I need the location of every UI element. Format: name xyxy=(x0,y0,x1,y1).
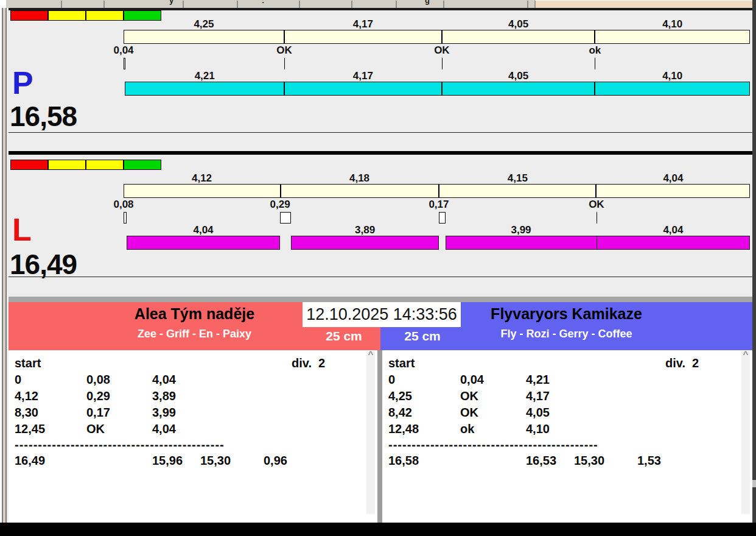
jump-height-badge-right: 25 cm xyxy=(397,329,448,344)
dog-time-segment xyxy=(597,236,750,250)
flyball-timing-window: ý:g 4,254,174,054,100,04OKOKok4,214,174,… xyxy=(0,0,756,536)
crossing-ok-tick xyxy=(442,58,443,69)
cell-difference: 0,96 xyxy=(264,453,287,469)
dog-time-label: 4,04 xyxy=(193,225,213,236)
traffic-light-segment-3 xyxy=(124,160,161,170)
table-row: 4,25OK4,17 xyxy=(382,388,739,404)
lane-letter: L xyxy=(12,214,32,245)
dog-time-label: 4,04 xyxy=(663,225,683,236)
crossing-fault-box xyxy=(280,212,291,224)
crossing-label: 0,08 xyxy=(113,199,133,210)
toolbar-separator xyxy=(396,1,397,8)
crossing-label: 0,29 xyxy=(270,199,290,210)
table-divider xyxy=(377,350,382,523)
dog-time-label: 3,99 xyxy=(511,225,531,236)
lane-bars: 4,254,174,054,100,04OKOKok4,214,174,054,… xyxy=(124,19,750,98)
table-header-start: start xyxy=(388,355,415,372)
crossing-labels: 0,080,290,17OK xyxy=(124,199,750,210)
crossing-label: OK xyxy=(589,199,604,210)
table-separator: ----------------------------------------… xyxy=(388,437,598,453)
crossing-ok-tick xyxy=(284,58,285,69)
toolbar-separator xyxy=(527,1,528,8)
crossing-ok-tick xyxy=(595,58,595,69)
dog-time-segment xyxy=(125,82,284,96)
traffic-light-segment-1 xyxy=(48,160,86,170)
toolbar-separator xyxy=(103,1,105,8)
table-row: 12,48ok4,10 xyxy=(382,421,739,437)
cell-sum-dog-times: 15,96 xyxy=(152,453,183,469)
dog-time-segment xyxy=(284,82,442,96)
table-row: 16,5816,5315,301,53 xyxy=(382,453,739,469)
table-row: 8,42OK4,05 xyxy=(382,404,739,421)
toolbar-strip-cropped[interactable]: ý:g xyxy=(6,0,534,8)
toolbar-separator xyxy=(183,1,184,8)
dog-time-label: 4,17 xyxy=(353,71,373,82)
split-bar-divider xyxy=(438,185,439,197)
split-time-label: 4,05 xyxy=(508,19,528,30)
lane-bars: 4,124,184,154,040,080,290,17OK4,043,893,… xyxy=(124,173,750,252)
table-scrollbar[interactable]: ^ xyxy=(741,351,750,514)
dog-time-segment xyxy=(291,236,439,250)
table-row: 00,044,21 xyxy=(382,372,739,388)
dog-time-segment xyxy=(442,82,595,96)
traffic-light-segment-0 xyxy=(10,10,48,21)
split-time-label: 4,25 xyxy=(194,19,214,30)
traffic-light-segment-1 xyxy=(48,10,86,21)
cell-dog-time: 4,17 xyxy=(526,388,550,404)
split-time-label: 4,04 xyxy=(663,173,683,184)
cell-total-time: 16,58 xyxy=(388,453,419,469)
crossing-label: 0,17 xyxy=(429,199,449,210)
table-scrollbar[interactable]: ^ xyxy=(366,351,375,514)
toolbar-separator xyxy=(443,1,444,8)
split-bar xyxy=(124,30,750,44)
split-bar-divider xyxy=(595,185,597,197)
split-time-label: 4,10 xyxy=(662,19,682,30)
scrollbar-up-icon[interactable]: ^ xyxy=(366,350,375,359)
lane-right-P: 4,254,174,054,100,04OKOKok4,214,174,054,… xyxy=(9,10,752,151)
dog-time-segment xyxy=(595,82,750,96)
dog-time-label: 4,05 xyxy=(508,71,528,82)
toolbar-separator xyxy=(351,1,352,8)
scrollbar-up-icon[interactable]: ^ xyxy=(741,350,750,359)
results-panel: Alea Tým naděje Zee - Griff - En - Paixy… xyxy=(9,302,752,523)
cell-crossing: 0,08 xyxy=(86,372,110,388)
table-row: 00,084,04 xyxy=(9,372,364,388)
dog-time-bar xyxy=(124,236,750,250)
dog-time-label: 4,21 xyxy=(195,71,215,82)
table-row: startdiv. 2 xyxy=(9,355,364,372)
split-time-label: 4,15 xyxy=(508,173,528,184)
cell-dog-time: 4,21 xyxy=(526,372,550,388)
cell-dog-time: 3,89 xyxy=(152,388,176,404)
toolbar-separator xyxy=(237,1,238,8)
divider-line xyxy=(9,132,752,133)
table-header-division: div. 2 xyxy=(665,355,699,372)
window-left-border xyxy=(0,8,9,523)
cell-reference-time: 15,30 xyxy=(200,453,231,469)
traffic-light-segment-0 xyxy=(10,160,48,170)
crossing-label: 0,04 xyxy=(113,45,133,56)
crossing-fault-box xyxy=(124,212,127,224)
traffic-light-segment-2 xyxy=(86,10,124,21)
table-row: 4,120,293,89 xyxy=(9,388,364,404)
toolbar-text-fragment: : xyxy=(262,0,264,5)
cell-dog-time: 4,04 xyxy=(152,421,176,437)
traffic-light-segment-2 xyxy=(86,160,124,170)
crossing-ok-tick xyxy=(597,212,597,224)
cell-crossing: OK xyxy=(460,404,478,421)
cell-crossing: 0,29 xyxy=(86,388,110,404)
dog-time-segment xyxy=(127,236,280,250)
lane-left-L: 4,124,184,154,040,080,290,17OK4,043,893,… xyxy=(9,155,752,297)
table-row: ----------------------------------------… xyxy=(9,437,364,453)
cell-crossing: OK xyxy=(86,421,105,437)
timestamp: 12.10.2025 14:33:56 xyxy=(303,302,461,327)
cell-crossing: ok xyxy=(460,421,474,437)
panel-top-strip xyxy=(9,297,752,302)
dog-time-labels: 4,214,174,054,10 xyxy=(124,71,750,82)
split-time-labels: 4,124,184,154,04 xyxy=(124,173,750,184)
cell-split-time: 8,42 xyxy=(388,404,412,421)
crossing-labels: 0,04OKOKok xyxy=(124,45,750,56)
results-table-right[interactable]: ^ startdiv. 200,044,214,25OK4,178,42OK4,… xyxy=(382,350,752,523)
results-table-left[interactable]: ^ startdiv. 200,084,044,120,293,898,300,… xyxy=(9,350,377,523)
main-area: 4,254,174,054,100,04OKOKok4,214,174,054,… xyxy=(9,10,752,523)
toolbar-separator xyxy=(61,1,62,8)
